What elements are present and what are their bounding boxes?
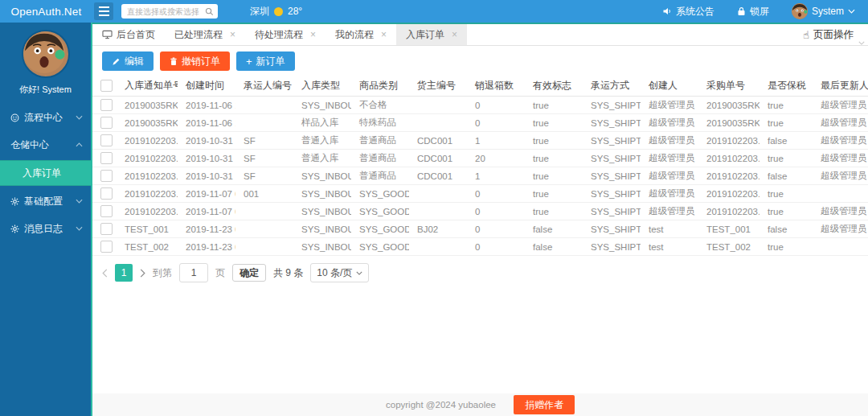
username-label: System xyxy=(812,6,844,17)
user-menu[interactable]: System xyxy=(792,3,855,19)
table-cell: 2019102203... xyxy=(117,132,178,150)
row-checkbox[interactable] xyxy=(100,205,113,217)
select-all-checkbox[interactable] xyxy=(100,80,113,92)
sidebar-item-1[interactable]: 仓储中心 xyxy=(0,133,91,157)
table-cell: 超级管理员 xyxy=(641,97,698,114)
table-cell: 2019-10-31 ... xyxy=(178,167,235,185)
table-cell: true xyxy=(760,185,813,203)
table-cell: SYS_SHIPT... xyxy=(583,203,641,220)
toolbar: 编辑 撤销订单 + 新订单 xyxy=(92,46,868,74)
table-cell: 超级管理员 xyxy=(641,203,698,220)
lock-label: 锁屏 xyxy=(750,5,769,19)
row-checkbox[interactable] xyxy=(100,223,113,235)
table-cell: SYS_SHIPT... xyxy=(583,185,641,203)
table-cell xyxy=(409,238,467,256)
chevron-down-icon xyxy=(848,9,855,14)
close-icon[interactable]: × xyxy=(452,29,457,40)
global-search[interactable] xyxy=(121,4,218,19)
page-size-select[interactable]: 10 条/页 xyxy=(310,263,369,282)
table-cell: 2019-11-23 0... xyxy=(178,220,235,238)
table-row[interactable]: 2019102203...2019-10-31 ...SF普通入库普通商品CDC… xyxy=(92,132,868,150)
tab-label: 入库订单 xyxy=(406,28,444,42)
sidebar-item-0[interactable]: 流程中心 xyxy=(0,105,91,130)
new-order-button[interactable]: + 新订单 xyxy=(236,51,295,71)
tab-3[interactable]: 我的流程× xyxy=(326,24,396,45)
prev-page-icon[interactable] xyxy=(102,269,108,278)
table-row[interactable]: 2019102203...2019-10-31 ...SF普通入库普通商品CDC… xyxy=(92,150,868,167)
column-header: 创建人 xyxy=(641,76,698,97)
table-cell: 2019-11-06 1... xyxy=(178,114,235,132)
table-cell: 普通商品 xyxy=(351,150,409,167)
table-cell: CDC001 xyxy=(409,167,467,185)
menu-item-label: 入库订单 xyxy=(23,167,61,180)
table-row[interactable]: 20190035RK...2019-11-06 1...样品入库特殊药品0tru… xyxy=(92,114,868,132)
page-actions-button[interactable]: ☝ 页面操作 xyxy=(803,24,868,45)
search-input[interactable] xyxy=(125,6,205,17)
tab-0[interactable]: 后台首页 xyxy=(92,24,165,45)
page-size-value: 10 条/页 xyxy=(317,266,352,280)
row-checkbox[interactable] xyxy=(100,152,113,164)
table-cell: SYS_INBOU... xyxy=(293,238,351,256)
table-cell: true xyxy=(525,203,583,220)
current-page-button[interactable]: 1 xyxy=(115,264,133,282)
table-cell: SF xyxy=(235,150,293,167)
row-checkbox[interactable] xyxy=(100,117,113,129)
row-checkbox[interactable] xyxy=(100,134,113,146)
table-cell: 超级管理员 xyxy=(641,150,698,167)
chevron-down-icon xyxy=(76,115,83,120)
row-checkbox[interactable] xyxy=(100,99,113,111)
table-cell: false xyxy=(760,132,813,150)
next-page-icon[interactable] xyxy=(140,269,145,278)
table-cell: 0 xyxy=(467,97,525,114)
page-actions-label: 页面操作 xyxy=(813,28,854,42)
table-row[interactable]: 2019102203...2019-10-31 ...SFSYS_INBOU..… xyxy=(92,167,868,185)
close-icon[interactable]: × xyxy=(381,29,387,40)
table-cell: true xyxy=(760,97,813,114)
pencil-icon xyxy=(112,57,121,66)
table-cell: SYS_INBOU... xyxy=(293,203,351,220)
table-row[interactable]: 2019102203...2019-11-07 0...001SYS_INBOU… xyxy=(92,185,868,203)
table-row[interactable]: TEST_0012019-11-23 0...SYS_INBOU...SYS_G… xyxy=(92,220,868,238)
tab-2[interactable]: 待处理流程× xyxy=(245,24,326,45)
table-cell: true xyxy=(760,203,813,220)
table-cell: 20190035RK... xyxy=(117,114,178,132)
close-icon[interactable]: × xyxy=(230,29,235,40)
sidebar-item-3[interactable]: 基础配置 xyxy=(0,189,91,213)
table-row[interactable]: TEST_0022019-11-23 0...SYS_INBOU...SYS_G… xyxy=(92,238,868,256)
close-icon[interactable]: × xyxy=(310,29,316,40)
hamburger-menu-icon[interactable] xyxy=(94,2,113,20)
row-checkbox[interactable] xyxy=(100,187,113,200)
goto-page-input[interactable] xyxy=(179,263,208,282)
sun-icon xyxy=(274,7,283,16)
row-checkbox[interactable] xyxy=(100,241,113,253)
table-cell: true xyxy=(760,238,813,256)
table-row[interactable]: 20190035RK...2019-11-06 1...SYS_INBOU...… xyxy=(92,97,868,114)
sidebar-menu: 流程中心仓储中心入库订单基础配置消息日志 xyxy=(0,105,91,241)
table-cell: 2019102203... xyxy=(698,167,760,185)
table-cell: true xyxy=(525,114,583,132)
lock-screen-button[interactable]: 锁屏 xyxy=(737,5,769,19)
tab-1[interactable]: 已处理流程× xyxy=(165,24,245,45)
hand-pointer-icon: ☝ xyxy=(803,29,809,41)
confirm-page-button[interactable]: 确定 xyxy=(232,264,266,282)
tab-4[interactable]: 入库订单× xyxy=(396,24,467,45)
table-cell: TEST_001 xyxy=(698,220,760,238)
table-row[interactable]: 2019102203...2019-11-07 0...SYS_INBOU...… xyxy=(92,203,868,220)
sidebar-item-4[interactable]: 消息日志 xyxy=(0,216,91,241)
cancel-order-button[interactable]: 撤销订单 xyxy=(160,51,230,71)
column-header: 商品类别 xyxy=(351,76,409,97)
table-cell xyxy=(813,238,868,256)
table-cell: false xyxy=(525,238,583,256)
donate-button[interactable]: 捐赠作者 xyxy=(514,395,575,414)
row-checkbox[interactable] xyxy=(100,170,113,182)
sidebar-subitem-2[interactable]: 入库订单 xyxy=(0,160,91,186)
table-cell: false xyxy=(760,167,813,185)
column-header: 入库类型 xyxy=(293,76,351,97)
system-announcement-button[interactable]: 系统公告 xyxy=(662,5,714,19)
table-cell: true xyxy=(525,185,583,203)
table-cell xyxy=(813,185,868,203)
table-cell: 超级管理员 xyxy=(641,185,698,203)
column-header: 货主编号 xyxy=(409,76,467,97)
edit-button[interactable]: 编辑 xyxy=(102,51,154,71)
table-cell: 普通入库 xyxy=(293,132,351,150)
